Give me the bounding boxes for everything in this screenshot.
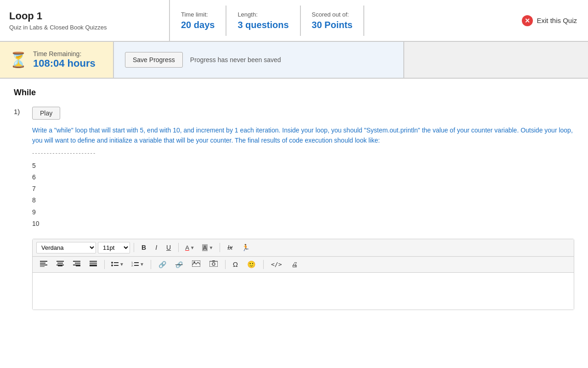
- exit-quiz-button[interactable]: ✕ Exit this Quiz: [522, 15, 577, 26]
- question-body: Write a "while" loop that will start wit…: [32, 125, 574, 230]
- svg-point-16: [111, 262, 113, 264]
- align-left-button[interactable]: [36, 259, 51, 270]
- section-title: While: [14, 88, 574, 98]
- bold-button[interactable]: B: [138, 242, 150, 253]
- save-progress-button[interactable]: Save Progress: [125, 52, 183, 68]
- strikethrough-button[interactable]: Ix: [224, 242, 236, 253]
- svg-rect-4: [57, 261, 64, 262]
- svg-rect-17: [114, 262, 119, 263]
- emoji-button[interactable]: 🙂: [243, 259, 260, 270]
- exit-section: ✕ Exit this Quiz: [511, 0, 588, 41]
- align-center-button[interactable]: [53, 259, 68, 270]
- unlink-button[interactable]: 🔗: [172, 259, 187, 270]
- exit-icon: ✕: [522, 15, 533, 26]
- svg-rect-14: [90, 264, 97, 265]
- save-status: Progress has never been saved: [190, 56, 281, 63]
- font-size-group: 11pt 8pt 10pt 12pt 14pt: [98, 242, 130, 253]
- clear-format-button[interactable]: 🏃: [238, 242, 253, 253]
- insert-image-icon: [192, 260, 200, 267]
- question-header: 1) Play: [14, 107, 574, 120]
- quiz-title: Loop 1: [9, 10, 160, 22]
- toolbar-separator-2: [178, 243, 179, 252]
- text-editor: Verdana Arial Times New Roman 11pt 8pt 1…: [32, 239, 574, 310]
- toolbar-separator-3: [220, 243, 220, 252]
- scored-section: Scored out of: 30 Points: [301, 6, 365, 36]
- unordered-list-icon: [111, 261, 119, 268]
- hourglass-icon: ⏳: [9, 51, 28, 69]
- time-limit-label: Time limit:: [181, 11, 215, 18]
- scored-value: 30 Points: [312, 20, 353, 30]
- font-color-label: A: [185, 244, 189, 251]
- ordered-list-chevron: ▼: [140, 262, 144, 267]
- toolbar-separator-6: [225, 260, 226, 269]
- svg-rect-15: [90, 265, 97, 266]
- print-button[interactable]: 🖨: [288, 259, 301, 270]
- svg-point-28: [212, 263, 215, 265]
- svg-rect-1: [40, 263, 45, 264]
- ordered-list-button[interactable]: 1. 2. ▼: [129, 259, 147, 270]
- svg-rect-5: [57, 263, 63, 264]
- underline-button[interactable]: U: [163, 242, 175, 253]
- font-family-group: Verdana Arial Times New Roman: [36, 242, 96, 253]
- svg-point-18: [111, 264, 113, 266]
- screenshot-button[interactable]: [206, 259, 221, 270]
- insert-image-button[interactable]: [188, 259, 204, 270]
- time-limit-section: Time limit: 20 days: [170, 6, 226, 36]
- special-char-button[interactable]: Ω: [229, 259, 242, 270]
- highlight-chevron: ▼: [209, 245, 213, 250]
- output-line-6: 10: [32, 218, 574, 230]
- svg-rect-12: [90, 261, 97, 262]
- play-button[interactable]: Play: [32, 107, 60, 120]
- italic-button[interactable]: I: [152, 242, 161, 253]
- svg-rect-11: [76, 265, 80, 266]
- svg-rect-6: [57, 264, 64, 265]
- font-color-chevron: ▼: [190, 245, 195, 250]
- svg-rect-13: [90, 263, 97, 264]
- svg-rect-7: [58, 265, 62, 266]
- question-text: Write a "while" loop that will start wit…: [32, 125, 574, 146]
- scored-label: Scored out of:: [312, 11, 353, 18]
- length-value: 3 questions: [237, 20, 288, 30]
- screenshot-icon: [209, 260, 218, 267]
- font-family-select[interactable]: Verdana Arial Times New Roman: [36, 242, 96, 253]
- code-output: 5 6 7 8 9 10: [32, 160, 574, 230]
- svg-rect-8: [73, 261, 80, 262]
- svg-rect-3: [40, 266, 45, 267]
- code-block-button[interactable]: </>: [267, 259, 285, 270]
- unlink-icon: 🔗: [175, 261, 183, 268]
- font-size-select[interactable]: 11pt 8pt 10pt 12pt 14pt: [98, 242, 130, 253]
- unordered-list-chevron: ▼: [119, 262, 124, 267]
- svg-rect-21: [134, 262, 139, 263]
- header: Loop 1 Quiz in Labs & Closed Book Quizze…: [0, 0, 588, 42]
- svg-rect-0: [40, 261, 47, 262]
- svg-rect-10: [73, 264, 80, 265]
- unordered-list-button[interactable]: ▼: [108, 259, 127, 270]
- output-line-3: 7: [32, 183, 574, 195]
- align-justify-button[interactable]: [86, 259, 101, 270]
- font-color-group: A ▼: [182, 242, 198, 253]
- svg-text:2.: 2.: [131, 264, 134, 267]
- question-number: 1): [14, 107, 25, 115]
- timer-bar: ⏳ Time Remaining: 108:04 hours Save Prog…: [0, 42, 588, 79]
- header-meta: Time limit: 20 days Length: 3 questions …: [170, 0, 364, 41]
- question-1: 1) Play Write a "while" loop that will s…: [14, 107, 574, 230]
- editor-toolbar-row1: Verdana Arial Times New Roman 11pt 8pt 1…: [33, 239, 574, 257]
- header-right-space: [404, 42, 588, 78]
- insert-link-button[interactable]: 🔗: [155, 259, 170, 270]
- timer-label: Time Remaining:: [33, 50, 96, 58]
- editor-body[interactable]: [33, 273, 574, 310]
- highlight-button[interactable]: A ▼: [199, 242, 216, 253]
- toolbar-separator-4: [104, 260, 105, 269]
- highlight-label: A: [202, 244, 208, 251]
- svg-rect-26: [209, 261, 218, 267]
- align-left-icon: [40, 260, 47, 267]
- toolbar-separator-5: [151, 260, 151, 269]
- align-right-button[interactable]: [69, 259, 84, 270]
- ordered-list-icon: 1. 2.: [131, 261, 139, 268]
- svg-rect-2: [40, 264, 47, 265]
- main-content: While 1) Play Write a "while" loop that …: [0, 79, 588, 368]
- timer-value: 108:04 hours: [33, 58, 96, 69]
- length-label: Length:: [237, 11, 288, 18]
- editor-toolbar-row2: ▼ 1. 2. ▼ 🔗 🔗: [33, 257, 574, 273]
- font-color-button[interactable]: A ▼: [182, 242, 198, 253]
